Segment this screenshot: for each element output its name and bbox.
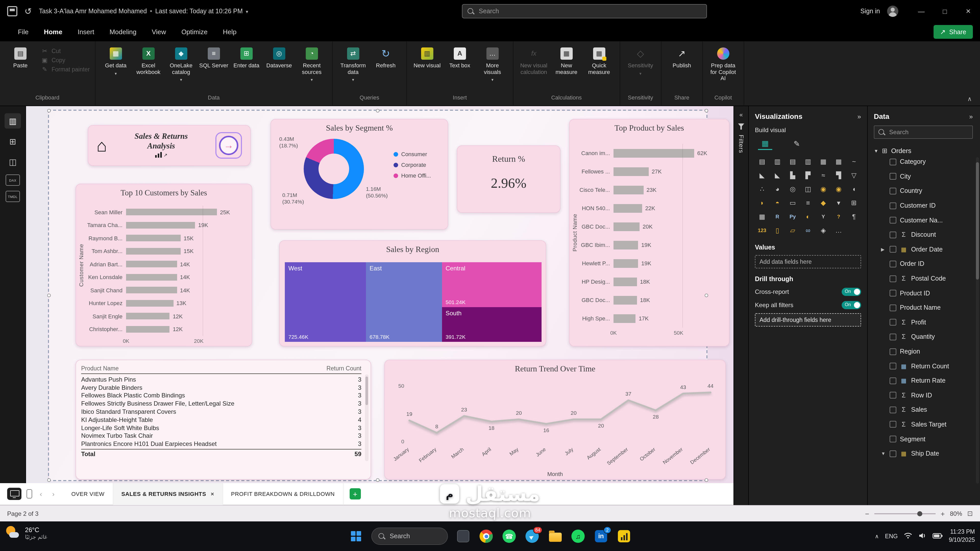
table-view-icon[interactable]: ⊞	[5, 134, 21, 149]
bar-row[interactable]: Hunter Lopez13K	[80, 297, 248, 310]
new-measure-button[interactable]: ▦New measure	[551, 45, 582, 75]
bar-row[interactable]: HP Desig...18K	[574, 272, 725, 291]
legend-item[interactable]: Consumer	[393, 151, 431, 157]
taskbar-whatsapp-icon[interactable]: ☎	[501, 527, 517, 545]
new-visual-calculation-button[interactable]: fxNew visual calculation	[519, 45, 549, 75]
field-checkbox[interactable]	[890, 407, 896, 413]
field-city[interactable]: City	[874, 169, 977, 184]
selection-handle[interactable]	[47, 109, 51, 113]
taskbar-chrome-icon[interactable]	[479, 527, 494, 545]
field-checkbox[interactable]	[890, 261, 896, 267]
clustered-column-chart-icon[interactable]: ▥	[801, 155, 815, 168]
field-return-rate[interactable]: ▦Return Rate	[874, 373, 977, 388]
multi-row-card-icon[interactable]: ≡	[801, 197, 815, 209]
field-region[interactable]: Region	[874, 344, 977, 359]
build-visual-icon[interactable]: ▦	[758, 138, 772, 150]
menu-item-optimize[interactable]: Optimize	[174, 22, 215, 41]
field-checkbox[interactable]	[890, 436, 896, 442]
matrix-icon[interactable]: ▦	[755, 210, 769, 223]
power-automate-icon[interactable]: ∞	[801, 224, 815, 237]
paste-button[interactable]: ▤Paste	[5, 45, 36, 73]
format-visual-icon[interactable]: ✎	[790, 138, 804, 150]
close-tab-icon[interactable]: ×	[211, 491, 214, 497]
report-page[interactable]: ⌂ Sales & ReturnsAnalysis ↗ → Top 10 Cus…	[48, 110, 708, 481]
treemap-block-east[interactable]: East678.78K	[366, 262, 442, 342]
pie-chart-icon[interactable]: ◕	[770, 183, 784, 195]
table-row[interactable]: Ibico Standard Transparent Covers3	[81, 408, 361, 416]
table-scrollbar[interactable]	[365, 375, 369, 461]
top-customers-visual[interactable]: Top 10 Customers by Sales Customer Name …	[76, 184, 252, 346]
taskbar-spotify-icon[interactable]: ♫	[570, 527, 586, 545]
stacked-area-chart-icon[interactable]: ◣	[770, 169, 784, 182]
bar-row[interactable]: Adrian Bart...14K	[80, 258, 248, 271]
trend-line[interactable]	[409, 392, 711, 433]
fit-to-page-icon[interactable]: ⊡	[967, 510, 973, 517]
desktop-layout-icon[interactable]	[7, 488, 21, 500]
legend-item[interactable]: Home Offi...	[393, 172, 431, 179]
taskbar-search-input[interactable]: Search	[371, 527, 448, 545]
bar-row[interactable]: High Spe...17K	[574, 309, 725, 327]
chevron-right-icon[interactable]: ▶	[881, 247, 886, 252]
format-painter-button[interactable]: ✎Format painter	[41, 66, 90, 73]
page-tab-profit-breakdown-drilldown[interactable]: PROFIT BREAKDOWN & DRILLDOWN	[223, 483, 343, 505]
bar[interactable]	[614, 167, 649, 176]
bar-row[interactable]: Hewlett P...19K	[574, 254, 725, 272]
publish-button[interactable]: ↗Publish	[667, 45, 697, 68]
add-page-button[interactable]: +	[350, 488, 361, 499]
report-view-icon[interactable]: ▥	[5, 113, 21, 129]
donut-chart[interactable]	[304, 139, 364, 199]
bar[interactable]	[614, 222, 640, 231]
zoom-in-button[interactable]: +	[941, 510, 945, 518]
treemap-block-central[interactable]: Central501.24K	[442, 262, 542, 307]
undo-icon[interactable]: ↺	[24, 6, 32, 17]
global-search-input[interactable]: Search	[462, 4, 707, 18]
field-checkbox[interactable]	[890, 159, 896, 165]
return-pct-card-visual[interactable]: Return % 2.96%	[457, 145, 560, 213]
enter-data-button[interactable]: ⊞Enter data	[231, 45, 262, 68]
page-tab-sales-returns-insights[interactable]: SALES & RETURNS INSIGHTS×	[113, 483, 223, 505]
field-discount[interactable]: ΣDiscount	[874, 227, 977, 242]
chevron-down-icon[interactable]: ▼	[881, 451, 886, 456]
transform-data-button[interactable]: ⇄Transform data▾	[338, 45, 369, 83]
taskbar-powerbi-icon[interactable]	[616, 527, 632, 545]
weather-widget[interactable]: 26°Cغائم جزئيًا	[5, 526, 47, 541]
bar[interactable]	[126, 248, 181, 254]
stacked-bar-chart-icon[interactable]: ▤	[755, 155, 769, 168]
field-order-date[interactable]: ▶▦Order Date	[874, 242, 977, 257]
field-checkbox[interactable]	[890, 333, 896, 340]
100-stacked-bar-chart-icon[interactable]: ▦	[816, 155, 830, 168]
line-chart-icon[interactable]: ~	[847, 155, 861, 168]
sensitivity-button[interactable]: ◇Sensitivity▾	[625, 45, 656, 76]
field-postal-code[interactable]: ΣPostal Code	[874, 272, 977, 286]
qa-visual-icon[interactable]: ?	[832, 210, 846, 223]
menu-item-file[interactable]: File	[10, 22, 36, 41]
field-checkbox[interactable]	[890, 421, 896, 428]
field-profit[interactable]: ΣProfit	[874, 315, 977, 330]
return-trend-visual[interactable]: Return Trend Over Time 50019823182016202…	[384, 360, 726, 480]
table-row[interactable]: Fellowes Strictly Business Drawer File, …	[81, 400, 361, 408]
bar-row[interactable]: Sean Miller25K	[80, 206, 248, 219]
selection-handle[interactable]	[705, 109, 708, 113]
table-row[interactable]: Avery Durable Binders3	[81, 384, 361, 392]
bar-row[interactable]: Sanjit Engle12K	[80, 310, 248, 323]
get-data-button[interactable]: ▦Get data▾	[100, 45, 131, 76]
clustered-bar-chart-icon[interactable]: ▤	[786, 155, 800, 168]
field-checkbox[interactable]	[890, 217, 896, 224]
recent-sources-button[interactable]: ◔Recent sources▾	[297, 45, 327, 83]
mobile-layout-icon[interactable]	[27, 489, 32, 499]
table-row[interactable]: Advantus Push Pins3	[81, 375, 361, 384]
bar[interactable]	[614, 277, 637, 286]
slicer-icon[interactable]: ▾	[832, 197, 846, 209]
clock[interactable]: 11:23 PM9/10/2025	[949, 528, 975, 544]
power-apps-icon[interactable]: ▱	[786, 224, 800, 237]
field-checkbox[interactable]	[890, 290, 896, 297]
segment-donut-visual[interactable]: Sales by Segment % 1.16M(50.56%)0.71M(30…	[270, 119, 448, 230]
ribbon-collapse-icon[interactable]: ∧	[967, 95, 972, 103]
treemap-block-south[interactable]: South391.72K	[442, 307, 542, 342]
volume-icon[interactable]	[918, 532, 926, 541]
bar-row[interactable]: Raymond B...15K	[80, 232, 248, 245]
100-stacked-column-chart-icon[interactable]: ▦	[832, 155, 846, 168]
bar[interactable]	[614, 259, 638, 268]
cut-button[interactable]: ✂Cut	[41, 48, 90, 55]
report-canvas[interactable]: ⌂ Sales & ReturnsAnalysis ↗ → Top 10 Cus…	[26, 106, 733, 483]
